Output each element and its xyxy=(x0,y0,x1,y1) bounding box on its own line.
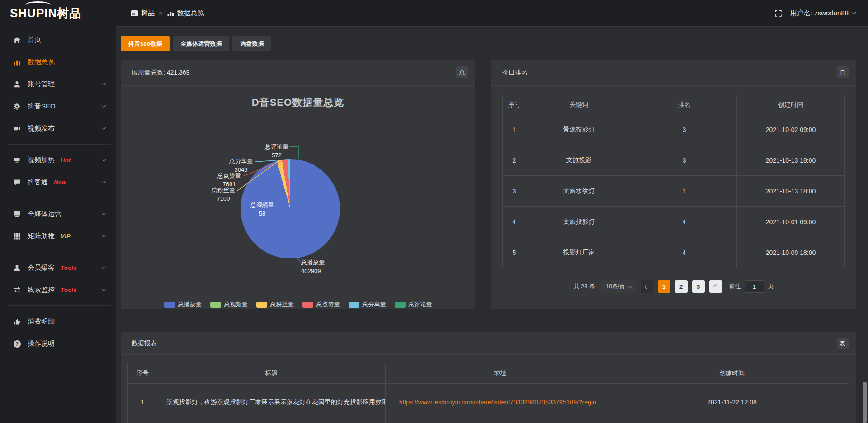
scrollbar-thumb[interactable] xyxy=(863,382,867,423)
tab-douyin-seo-data[interactable]: 抖音seo数据 xyxy=(121,36,170,51)
sidebar-item-media-operation[interactable]: 全媒体运营 xyxy=(0,203,116,225)
legend-item-likes[interactable]: 总点赞量 xyxy=(302,301,340,309)
breadcrumb-item-shupin[interactable]: 树品 xyxy=(131,9,155,18)
hot-badge: Hot xyxy=(61,157,71,164)
goto-page-input[interactable] xyxy=(745,280,764,293)
next-page-button[interactable] xyxy=(709,280,722,293)
breadcrumb-label: 数据总览 xyxy=(177,9,204,18)
report-table: 序号 标题 地址 创建时间 1 景观投影灯，夜游景观投影灯厂家展示展示落花灯在花… xyxy=(127,363,849,423)
legend-item-plays[interactable]: 总播放量 xyxy=(164,301,202,309)
sidebar-item-video-publish[interactable]: 视频发布 xyxy=(0,118,116,140)
cell-created: 2021-10-13 18:00 xyxy=(737,176,845,207)
impressions-header: 展现量总数: 421,369 xyxy=(121,60,475,86)
cell-created: 2021-10-09 18:00 xyxy=(737,237,845,268)
cell-index xyxy=(128,421,157,423)
sidebar-item-label: 操作说明 xyxy=(28,339,55,348)
breadcrumb-item-data-overview[interactable]: 数据总览 xyxy=(167,9,204,18)
legend-swatch xyxy=(395,302,406,308)
impressions-panel: 展现量总数: 421,369 总 D音SEO数据量总览 xyxy=(121,60,475,309)
page-size-select[interactable]: 10条/页 xyxy=(601,280,636,293)
chevron-down-icon xyxy=(102,179,106,184)
cell-index: 5 xyxy=(503,237,526,268)
sidebar-item-matrix-boost[interactable]: 矩阵助推 VIP xyxy=(0,225,116,247)
tab-inquiry-data[interactable]: 询盘数据 xyxy=(232,36,271,51)
pie-label-plays: 总播放量402909 xyxy=(301,258,325,276)
topbar: 树品 > 数据总览 用户名: zswodun88 xyxy=(116,0,868,27)
col-index: 序号 xyxy=(128,363,157,384)
sidebar-item-home[interactable]: 首页 xyxy=(0,29,116,51)
page-button-3[interactable]: 3 xyxy=(692,280,705,293)
table-header-row: 序号 关键词 排名 创建时间 xyxy=(503,95,845,114)
cell-rank: 4 xyxy=(632,237,737,268)
chevron-right-icon xyxy=(713,284,718,289)
page-button-1[interactable]: 1 xyxy=(658,280,670,293)
legend-item-videos[interactable]: 总视频量 xyxy=(210,301,248,309)
col-created: 创建时间 xyxy=(737,95,845,114)
sidebar-item-label: 首页 xyxy=(28,36,41,44)
tab-media-operation-data[interactable]: 全媒体运营数据 xyxy=(173,36,229,51)
thumb-up-icon xyxy=(13,318,21,325)
legend-item-fans[interactable]: 总粉丝量 xyxy=(256,301,294,309)
sidebar-item-instructions[interactable]: ? 操作说明 xyxy=(0,333,116,355)
cell-rank: 1 xyxy=(632,176,737,207)
total-badge-button[interactable]: 总 xyxy=(456,66,468,78)
breadcrumb-separator: > xyxy=(159,10,163,17)
table-row: 5 投影灯厂家 4 2021-10-09 18:00 xyxy=(503,237,845,268)
legend-swatch xyxy=(210,302,221,308)
day-badge-button[interactable]: 日 xyxy=(837,66,849,78)
menu-divider xyxy=(8,198,111,198)
sidebar-item-consumption[interactable]: 消费明细 xyxy=(0,310,116,333)
cell-created: 2021-11-22 12:08 xyxy=(615,384,849,421)
chevron-down-icon xyxy=(102,233,106,238)
report-title: 数据报表 xyxy=(121,332,856,355)
cell-rank: 3 xyxy=(632,114,737,145)
home-icon xyxy=(13,36,21,44)
sidebar-item-video-heat[interactable]: 视频加热 Hot xyxy=(0,149,116,171)
monitor-icon xyxy=(13,210,21,218)
sidebar-item-clue-monitor[interactable]: 线索监控 Tools xyxy=(0,279,116,301)
sidebar-item-label: 矩阵助推 xyxy=(28,232,55,240)
sidebar-item-doukotong[interactable]: 抖客通 New xyxy=(0,171,116,193)
tools-badge: Tools xyxy=(61,287,77,293)
sidebar-item-member[interactable]: 会员爆客 Tools xyxy=(0,257,116,279)
prev-page-button[interactable] xyxy=(641,280,653,293)
sidebar-item-data-overview[interactable]: 数据总览 xyxy=(0,51,116,73)
legend-item-shares[interactable]: 总分享量 xyxy=(349,301,386,309)
vip-badge: VIP xyxy=(61,233,71,240)
gear-icon xyxy=(13,103,21,110)
chevron-down-icon xyxy=(628,284,632,287)
chart-legend: 总播放量 总视频量 总粉丝量 总点赞量 总分享量 总评论量 xyxy=(121,301,475,309)
sliders-icon xyxy=(13,286,21,294)
sidebar-item-account[interactable]: 账号管理 xyxy=(0,73,116,95)
username-label: 用户名: zswodun88 xyxy=(790,9,849,18)
legend-item-comments[interactable]: 总评论量 xyxy=(395,301,432,309)
chat-icon xyxy=(13,179,21,186)
cell-url: https://www.iesdouyin.com/share/video/70… xyxy=(386,384,615,421)
col-url: 地址 xyxy=(386,363,615,384)
page-button-2[interactable]: 2 xyxy=(675,280,688,293)
ranking-title: 今日排名 xyxy=(491,60,856,86)
chevron-down-icon xyxy=(102,287,106,291)
col-created: 创建时间 xyxy=(615,363,849,384)
table-badge-button[interactable]: 表 xyxy=(837,338,849,349)
sidebar-item-douyin-seo[interactable]: 抖音SEO xyxy=(0,95,116,118)
table-row: 4 文旅投影灯 4 2021-10-01 09:00 xyxy=(503,207,845,237)
app-window: SHUPIN树品 首页 数据总览 账号管理 xyxy=(0,0,868,423)
bar-chart-icon xyxy=(167,10,174,16)
pie-label-videos: 总视频量58 xyxy=(250,201,274,218)
cell-index: 1 xyxy=(128,384,157,421)
sidebar-item-label: 账号管理 xyxy=(28,80,55,89)
cell-rank: 4 xyxy=(632,207,737,237)
user-menu[interactable]: 用户名: zswodun88 xyxy=(790,9,855,18)
cell-keyword: 文旅水纹灯 xyxy=(526,176,632,207)
chevron-left-icon xyxy=(645,284,649,289)
content-area: 抖音seo数据 全媒体运营数据 询盘数据 展现量总数: 421,369 总 D音… xyxy=(116,27,868,423)
fullscreen-icon[interactable] xyxy=(774,9,782,17)
breadcrumb-label: 树品 xyxy=(141,9,155,18)
breadcrumb: 树品 > 数据总览 xyxy=(131,9,204,18)
page-size-value: 10条/页 xyxy=(606,283,625,291)
menu-divider xyxy=(8,306,111,306)
cell-title: 景观投影灯，夜游景观投影灯厂家展示展示落花灯在花园里的灯光投影应用效果 # xyxy=(157,384,386,421)
goto-unit: 页 xyxy=(768,282,774,291)
video-link[interactable]: https://www.iesdouyin.com/share/video/70… xyxy=(399,399,602,406)
